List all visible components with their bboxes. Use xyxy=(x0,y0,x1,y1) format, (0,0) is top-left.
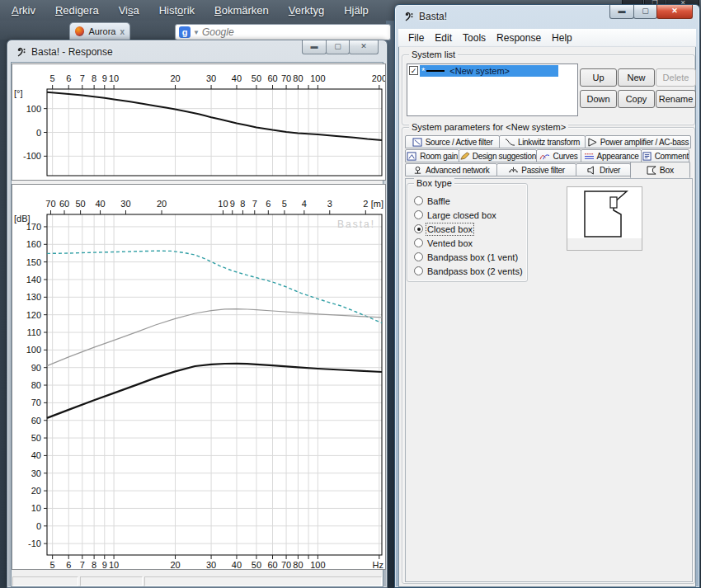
svg-text:-10: -10 xyxy=(28,539,41,548)
menu-tools[interactable]: Tools xyxy=(463,32,486,44)
menu-historik[interactable]: Historik xyxy=(159,4,195,16)
chevron-down-icon[interactable]: ▼ xyxy=(193,29,200,36)
tab-power-amplifier[interactable]: Power amplifier / AC-bass xyxy=(585,135,691,148)
svg-text:100: 100 xyxy=(310,73,325,83)
linkwitz-transform-icon xyxy=(505,138,515,147)
radio-option-large-closed-box[interactable]: Large closed box xyxy=(414,209,496,220)
svg-text:30: 30 xyxy=(31,468,41,478)
up-button[interactable]: Up xyxy=(580,68,617,87)
copy-button[interactable]: Copy xyxy=(618,90,655,108)
window-title: Basta! xyxy=(419,11,447,22)
svg-text:140: 140 xyxy=(26,275,41,285)
browser-tab-aurora[interactable]: Aurora x xyxy=(69,22,130,40)
down-button[interactable]: Down xyxy=(580,90,617,108)
svg-text:100: 100 xyxy=(26,345,41,355)
response-statusbar xyxy=(11,576,383,587)
tab-driver[interactable]: Driver xyxy=(576,163,630,176)
svg-text:20: 20 xyxy=(170,73,180,83)
svg-text:Basta!: Basta! xyxy=(337,219,375,230)
svg-text:7: 7 xyxy=(80,73,85,83)
menu-redigera[interactable]: Redigera xyxy=(55,4,99,16)
tab-row-3: Advanced network Passive filter Driver B… xyxy=(405,163,693,177)
radio-option-bandpass-2[interactable]: Bandpass box (2 vents) xyxy=(414,266,523,276)
svg-text:6: 6 xyxy=(266,199,271,209)
basta-caption-buttons: ▬ ▢ ✕ xyxy=(610,5,693,19)
svg-text:20: 20 xyxy=(31,486,41,496)
basta-main-window: Basta! ▬ ▢ ✕ File Edit Tools Response He… xyxy=(394,4,700,588)
checkbox-checked-icon[interactable]: ✓ xyxy=(409,66,418,75)
close-button[interactable]: ✕ xyxy=(349,40,379,54)
search-input[interactable] xyxy=(202,26,387,38)
svg-text:80: 80 xyxy=(293,560,303,569)
svg-text:0: 0 xyxy=(36,128,41,138)
radio-icon[interactable] xyxy=(414,266,423,275)
tab-close-icon[interactable]: x xyxy=(120,27,125,36)
svg-text:70: 70 xyxy=(281,73,291,83)
svg-text:90: 90 xyxy=(31,363,41,373)
svg-text:20: 20 xyxy=(170,560,180,569)
tab-passive-filter[interactable]: Passive filter xyxy=(496,163,577,176)
radio-icon[interactable] xyxy=(414,210,423,219)
source-active-filter-icon xyxy=(412,138,423,147)
minimize-button[interactable]: ▬ xyxy=(609,5,634,19)
radio-option-closed-box[interactable]: Closed box xyxy=(414,223,473,234)
google-icon: g xyxy=(179,26,191,38)
new-button[interactable]: New xyxy=(618,68,655,87)
svg-text:110: 110 xyxy=(26,327,41,337)
radio-icon[interactable] xyxy=(414,238,423,247)
svg-text:[dB]: [dB] xyxy=(14,214,31,223)
svg-text:30: 30 xyxy=(206,73,216,83)
svg-text:120: 120 xyxy=(26,310,41,320)
svg-text:-100: -100 xyxy=(23,151,41,161)
menu-visa[interactable]: Visa xyxy=(119,4,139,16)
svg-text:70: 70 xyxy=(45,199,55,209)
close-button[interactable]: ✕ xyxy=(656,5,693,19)
menu-edit[interactable]: Edit xyxy=(435,32,452,44)
radio-icon[interactable] xyxy=(414,196,423,205)
menu-bokmarken[interactable]: Bokmärken xyxy=(214,4,269,16)
menu-verktyg[interactable]: Verktyg xyxy=(289,4,324,16)
menu-response[interactable]: Response xyxy=(496,32,541,44)
tab-source-active-filter[interactable]: Source / Active filter xyxy=(405,135,500,148)
tab-advanced-network[interactable]: Advanced network xyxy=(405,163,497,176)
radio-option-vented-box[interactable]: Vented box xyxy=(414,238,473,248)
radio-selected-icon[interactable] xyxy=(414,224,423,233)
spl-chart-panel: 567891020304050607080100Hz70605040302010… xyxy=(12,184,386,570)
svg-text:50: 50 xyxy=(75,199,85,209)
maximize-button[interactable]: ▢ xyxy=(633,5,657,19)
svg-text:7: 7 xyxy=(80,560,85,569)
maximize-button[interactable]: ▢ xyxy=(326,40,350,54)
list-item[interactable]: ✓ * <New system> xyxy=(407,64,577,77)
radio-option-baffle[interactable]: Baffle xyxy=(414,195,450,206)
response-window: Basta! - Response ▬ ▢ ✕ 5678910203040506… xyxy=(7,40,388,588)
basta-app-icon xyxy=(402,11,414,22)
minimize-button[interactable]: ▬ xyxy=(302,40,327,54)
svg-text:40: 40 xyxy=(95,199,105,209)
menu-hjalp[interactable]: Hjälp xyxy=(344,4,369,16)
system-listbox[interactable]: ✓ * <New system> xyxy=(407,64,578,116)
svg-text:9: 9 xyxy=(102,73,107,83)
tab-design-suggestion[interactable]: Design suggestion xyxy=(459,149,536,162)
svg-text:60: 60 xyxy=(31,416,41,426)
aurora-icon xyxy=(75,26,84,36)
box-icon xyxy=(647,166,657,175)
tab-linkwitz-transform[interactable]: Linkwitz transform xyxy=(499,135,586,148)
radio-icon[interactable] xyxy=(414,252,423,261)
tab-curves[interactable]: Curves xyxy=(536,149,582,162)
menu-help[interactable]: Help xyxy=(552,32,572,44)
search-bar[interactable]: g ▼ xyxy=(175,24,391,40)
tab-row-1: Source / Active filter Linkwitz transfor… xyxy=(405,135,693,149)
curve-sample-icon xyxy=(426,70,445,72)
tab-comment[interactable]: Comment xyxy=(641,149,689,162)
delete-button[interactable]: Delete xyxy=(656,68,696,87)
rename-button[interactable]: Rename xyxy=(656,90,696,108)
svg-text:130: 130 xyxy=(26,292,41,302)
group-label: System parameters for <New system> xyxy=(409,122,568,132)
radio-option-bandpass-1[interactable]: Bandpass box (1 vent) xyxy=(414,252,518,262)
menu-arkiv[interactable]: Arkiv xyxy=(12,4,35,16)
tab-room-gain[interactable]: Room gain xyxy=(405,149,459,162)
tab-appearance[interactable]: Appearance xyxy=(581,149,641,162)
tab-box[interactable]: Box xyxy=(630,162,690,178)
svg-text:100: 100 xyxy=(310,560,325,569)
menu-file[interactable]: File xyxy=(408,32,424,44)
